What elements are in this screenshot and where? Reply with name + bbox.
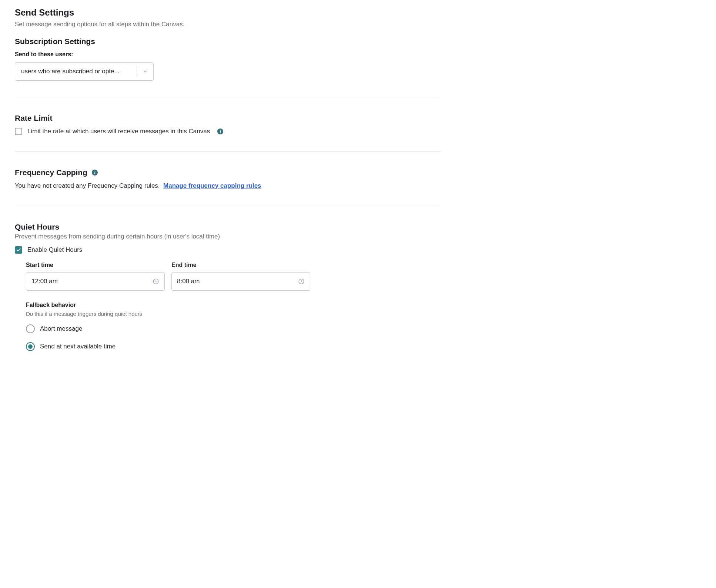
frequency-capping-text: You have not created any Frequency Cappi… [15,182,160,189]
end-time-label: End time [171,262,310,268]
section-divider [15,151,441,152]
send-next-label: Send at next available time [40,343,116,350]
enable-quiet-hours-checkbox[interactable] [15,246,22,254]
page-title: Send Settings [15,7,441,18]
fallback-subtitle: Do this if a message triggers during qui… [26,311,441,317]
send-to-label: Send to these users: [15,51,441,58]
info-icon[interactable]: i [217,128,223,134]
end-time-value: 8:00 am [177,278,200,285]
start-time-value: 12:00 am [31,278,58,285]
page-subtitle: Set message sending options for all step… [15,21,441,28]
clock-icon [153,278,159,285]
quiet-hours-section-title: Quiet Hours [15,223,441,231]
send-next-radio[interactable] [26,342,35,351]
end-time-input[interactable]: 8:00 am [171,272,310,291]
info-icon[interactable]: i [92,170,98,176]
start-time-label: Start time [26,262,165,268]
section-divider [15,97,441,97]
frequency-capping-section-title: Frequency Capping [15,168,87,177]
rate-limit-checkbox-label: Limit the rate at which users will recei… [27,128,210,135]
clock-icon [298,278,305,285]
manage-frequency-link[interactable]: Manage frequency capping rules [163,182,261,189]
subscription-section-title: Subscription Settings [15,37,441,46]
quiet-hours-subtitle: Prevent messages from sending during cer… [15,233,441,240]
rate-limit-section-title: Rate Limit [15,114,441,123]
send-to-select[interactable]: users who are subscribed or opte... [15,62,154,81]
rate-limit-checkbox[interactable] [15,128,22,135]
start-time-input[interactable]: 12:00 am [26,272,165,291]
section-divider [15,206,441,206]
send-to-select-value: users who are subscribed or opte... [15,68,137,75]
enable-quiet-hours-label: Enable Quiet Hours [27,246,82,254]
chevron-down-icon[interactable] [137,69,153,74]
frequency-capping-body: You have not created any Frequency Cappi… [15,182,441,190]
fallback-title: Fallback behavior [26,302,441,308]
abort-message-radio[interactable] [26,324,35,333]
abort-message-label: Abort message [40,325,82,333]
